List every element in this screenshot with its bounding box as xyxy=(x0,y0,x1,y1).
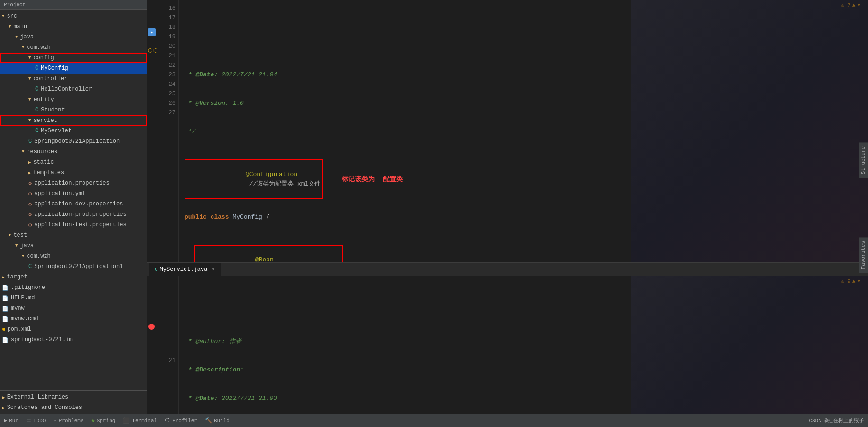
sidebar-item-scratches[interactable]: ▶ Scratches and Consoles xyxy=(0,402,147,413)
gutter-top: ✦ ⬡ ⬡ xyxy=(147,0,157,262)
sidebar-item-MyConfig[interactable]: CMyConfig xyxy=(0,63,147,74)
csdn-credit: CSDN @挂在树上的猴子 xyxy=(809,417,864,424)
code-line-16: * @Date: 2022/7/21 21:04 xyxy=(185,70,864,80)
line-numbers-top: 16 17 18 19 20 21 22 23 24 25 26 27 xyxy=(157,0,179,262)
prop-icon: ⚙ xyxy=(28,222,32,229)
tree-item-label-entity: entity xyxy=(33,96,54,103)
todo-button[interactable]: ☰ TODO xyxy=(26,417,46,424)
bottom-code-region: * @author: 作者 * @Description: * @Date: 2… xyxy=(185,318,864,414)
sidebar-item-test-java[interactable]: ▼java xyxy=(0,241,147,251)
sidebar-item-app-prod.properties[interactable]: ⚙application-prod.properties xyxy=(0,209,147,220)
sidebar-item-mvnw-cmd[interactable]: 📄mvnw.cmd xyxy=(0,314,147,324)
sidebar-item-entity[interactable]: ▼entity xyxy=(0,94,147,105)
prop-icon: ⚙ xyxy=(28,201,32,208)
sidebar-item-templates[interactable]: ▶templates xyxy=(0,167,147,178)
sidebar-item-HelloController[interactable]: CHelloController xyxy=(0,84,147,94)
tree-item-label-src: src xyxy=(7,13,17,19)
sidebar-title: Project xyxy=(4,2,26,8)
todo-icon: ☰ xyxy=(26,417,31,424)
folder-icon: ▶ xyxy=(2,394,5,400)
sidebar-item-main[interactable]: ▼main xyxy=(0,21,147,32)
spring-label: Spring xyxy=(97,418,116,424)
folder-icon: ▼ xyxy=(9,233,11,238)
run-icon: ▶ xyxy=(4,417,7,424)
folder-icon: ▼ xyxy=(28,76,31,81)
sidebar-item-resources[interactable]: ▼resources xyxy=(0,147,147,157)
annotation-label: 标记该类为 配置类 xyxy=(342,175,403,184)
sidebar-item-src[interactable]: ▼src xyxy=(0,11,147,21)
sidebar-header: Project xyxy=(0,0,147,10)
java-icon: C xyxy=(35,86,38,93)
sidebar-item-mvnw[interactable]: 📄mvnw xyxy=(0,303,147,314)
annotation-bean-box: @Bean //理解为配置文件中<bean > xyxy=(194,245,343,262)
sidebar-item--gitignore[interactable]: 📄.gitignore xyxy=(0,282,147,293)
status-bar: ▶ Run ☰ TODO ⚠ Problems ❋ Spring ⬛ Termi… xyxy=(0,414,868,427)
tree-item-label-SpringbootApp: Springboot0721Application xyxy=(34,138,120,145)
run-button[interactable]: ▶ Run xyxy=(4,417,18,424)
profiler-icon: ⏱ xyxy=(165,417,170,424)
profiler-button[interactable]: ⏱ Profiler xyxy=(165,417,197,424)
folder-icon: ▼ xyxy=(15,243,18,248)
tab-myservlet[interactable]: C MyServlet.java × xyxy=(149,263,221,276)
sidebar-item-pom-xml[interactable]: ⊞pom.xml xyxy=(0,324,147,334)
sidebar-item-HELP-md[interactable]: 📄HELP.md xyxy=(0,293,147,303)
sidebar-item-java[interactable]: ▼java xyxy=(0,32,147,42)
tree-item-label-app-prod.properties: application-prod.properties xyxy=(34,211,126,218)
sidebar-item-SpringbootApp[interactable]: CSpringboot0721Application xyxy=(0,136,147,147)
code-line-19: @Configuration //该类为配置类 xml文件 标记该类为 配置类 xyxy=(185,175,864,184)
code-content-top[interactable]: * @Date: 2022/7/21 21:04 * @Version: 1.0… xyxy=(179,0,868,262)
breakpoint-icon xyxy=(148,324,155,330)
sidebar-item-target[interactable]: ▶target xyxy=(0,272,147,282)
problems-icon: ⚠ xyxy=(53,417,56,424)
tree-item-label-app.yml: application.yml xyxy=(34,190,85,197)
editor-bottom: ⚠ 9 ▲ ▼ 21 xyxy=(147,276,868,414)
build-button[interactable]: 🔨 Build xyxy=(205,417,230,424)
sidebar-item-test-com.wzh[interactable]: ▼com.wzh xyxy=(0,251,147,261)
sidebar-item-servlet[interactable]: ▼servlet xyxy=(0,115,147,126)
tab-java-icon: C xyxy=(155,267,158,272)
sidebar-item-external-libraries[interactable]: ▶ External Libraries xyxy=(0,392,147,402)
spring-icon: ❋ xyxy=(92,417,95,424)
tree-item-label-main: main xyxy=(13,23,27,30)
folder-icon: ▶ xyxy=(2,405,5,411)
sidebar-item-config[interactable]: ▼config xyxy=(0,53,147,63)
tree-item-label-app-test.properties: application-test.properties xyxy=(34,222,126,228)
problems-label: Problems xyxy=(59,418,84,424)
sidebar-item-springboot-0721-iml[interactable]: 📄springboot-0721.iml xyxy=(0,334,147,345)
problems-button[interactable]: ⚠ Problems xyxy=(53,417,83,424)
run-label: Run xyxy=(9,418,18,424)
terminal-button[interactable]: ⬛ Terminal xyxy=(123,417,157,424)
tab-close-icon[interactable]: × xyxy=(211,266,214,273)
folder-icon: ▼ xyxy=(9,24,11,29)
code-view-top: ✦ ⬡ ⬡ 16 17 18 19 20 21 22 23 xyxy=(147,0,868,262)
sidebar-item-static[interactable]: ▶static xyxy=(0,157,147,167)
sidebar-item-app.yml[interactable]: ⚙application.yml xyxy=(0,188,147,199)
sidebar-tree[interactable]: ▼src▼main▼java▼com.wzh▼configCMyConfig▼c… xyxy=(0,10,147,390)
sidebar-item-Student[interactable]: CStudent xyxy=(0,105,147,115)
line-numbers-bottom: 21 xyxy=(157,276,179,414)
tree-item-label-SpringbootAppTest: Springboot0721Application1 xyxy=(34,263,123,270)
sidebar-item-controller[interactable]: ▼controller xyxy=(0,74,147,84)
code-content-bottom[interactable]: * @author: 作者 * @Description: * @Date: 2… xyxy=(179,276,868,414)
java-icon: C xyxy=(35,65,38,72)
folder-icon: ▼ xyxy=(28,97,31,102)
folder-icon: ▼ xyxy=(2,14,4,19)
sidebar-item-MyServlet[interactable]: CMyServlet xyxy=(0,126,147,136)
tree-item-label-controller: controller xyxy=(33,75,67,82)
sidebar-item-test[interactable]: ▼test xyxy=(0,230,147,241)
folder-icon: ▼ xyxy=(22,45,24,50)
profiler-label: Profiler xyxy=(172,418,197,424)
sidebar-item-SpringbootAppTest[interactable]: CSpringboot0721Application1 xyxy=(0,261,147,272)
sidebar-item-app.properties[interactable]: ⚙application.properties xyxy=(0,178,147,188)
tree-item-label-resources: resources xyxy=(27,149,57,155)
spring-button[interactable]: ❋ Spring xyxy=(92,417,116,424)
sidebar-item-app-test.properties[interactable]: ⚙application-test.properties xyxy=(0,220,147,230)
gutter-bottom xyxy=(147,276,157,414)
sidebar-item-com.wzh[interactable]: ▼com.wzh xyxy=(0,42,147,53)
annotation-config-box: @Configuration //该类为配置类 xml文件 xyxy=(185,159,323,199)
java-icon: C xyxy=(28,263,32,270)
bottom-line-desc: * @Description: xyxy=(185,365,864,375)
sidebar-item-app-dev.properties[interactable]: ⚙application-dev.properties xyxy=(0,199,147,209)
bottom-line-author: * @author: 作者 xyxy=(185,337,864,346)
code-view-bottom: 21 * @author: 作者 * @Description: xyxy=(147,276,868,414)
